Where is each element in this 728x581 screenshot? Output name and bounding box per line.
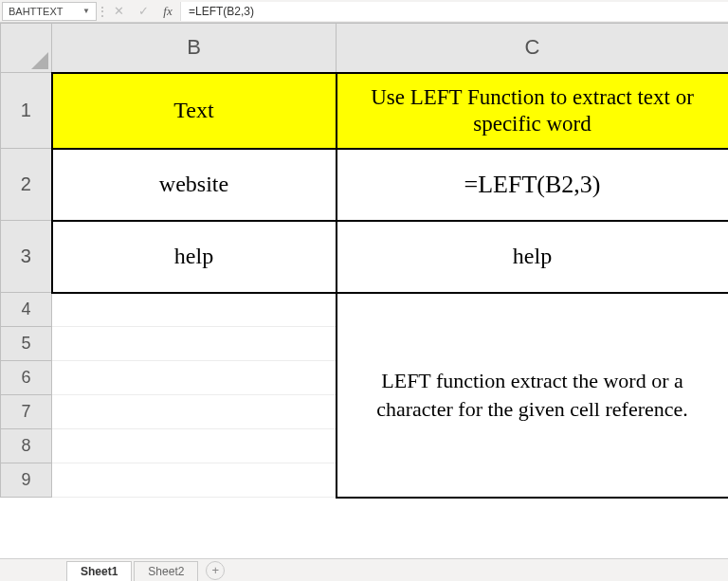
row-header-5[interactable]: 5 [1, 327, 52, 361]
cell-B8[interactable] [52, 429, 337, 463]
row-header-2[interactable]: 2 [1, 149, 52, 221]
column-header-B[interactable]: B [52, 24, 337, 73]
formula-text: =LEFT(B2,3) [189, 5, 254, 18]
name-box[interactable]: BAHTTEXT ▼ [2, 2, 97, 21]
cell-B5[interactable] [52, 327, 337, 361]
cell-B2[interactable]: website [52, 149, 337, 221]
cell-B4[interactable] [52, 293, 337, 327]
name-box-value: BAHTTEXT [9, 6, 63, 17]
chevron-down-icon: ▼ [82, 7, 90, 15]
row-header-1[interactable]: 1 [1, 73, 52, 149]
row-header-8[interactable]: 8 [1, 429, 52, 463]
cell-C1[interactable]: Use LEFT Function to extract text or spe… [337, 73, 729, 149]
cancel-icon[interactable]: ✕ [106, 2, 131, 21]
row-header-6[interactable]: 6 [1, 361, 52, 395]
column-header-row: B C [1, 24, 729, 73]
confirm-icon[interactable]: ✓ [131, 2, 155, 21]
select-all-corner[interactable] [1, 24, 52, 73]
row-header-7[interactable]: 7 [1, 395, 52, 429]
formula-input[interactable]: =LEFT(B2,3) [180, 2, 728, 21]
cell-B3[interactable]: help [52, 221, 337, 293]
row-header-9[interactable]: 9 [1, 463, 52, 498]
formula-bar: BAHTTEXT ▼ ⋮ ✕ ✓ fx =LEFT(B2,3) [0, 0, 728, 23]
column-header-C[interactable]: C [337, 24, 729, 73]
add-sheet-button[interactable]: + [206, 561, 225, 580]
sheet-tab-inactive[interactable]: Sheet2 [134, 561, 198, 581]
cell-C2[interactable]: =LEFT(B2,3) [337, 149, 729, 221]
cell-B7[interactable] [52, 395, 337, 429]
sheet-tab-active[interactable]: Sheet1 [66, 561, 132, 582]
cell-B6[interactable] [52, 361, 337, 395]
sheet-tab-bar: Sheet1 Sheet2 + [0, 558, 728, 581]
cell-C4-note[interactable]: LEFT function extract the word or a char… [337, 293, 729, 498]
row-header-4[interactable]: 4 [1, 293, 52, 327]
row-header-3[interactable]: 3 [1, 221, 52, 293]
spreadsheet-grid: B C 1 Text Use LEFT Function to extract … [0, 23, 728, 558]
cell-B9[interactable] [52, 463, 337, 498]
cell-C3[interactable]: help [337, 221, 729, 293]
fx-icon[interactable]: fx [155, 2, 180, 21]
cell-B1[interactable]: Text [52, 73, 337, 149]
separator-dots-icon: ⋮ [97, 6, 106, 17]
